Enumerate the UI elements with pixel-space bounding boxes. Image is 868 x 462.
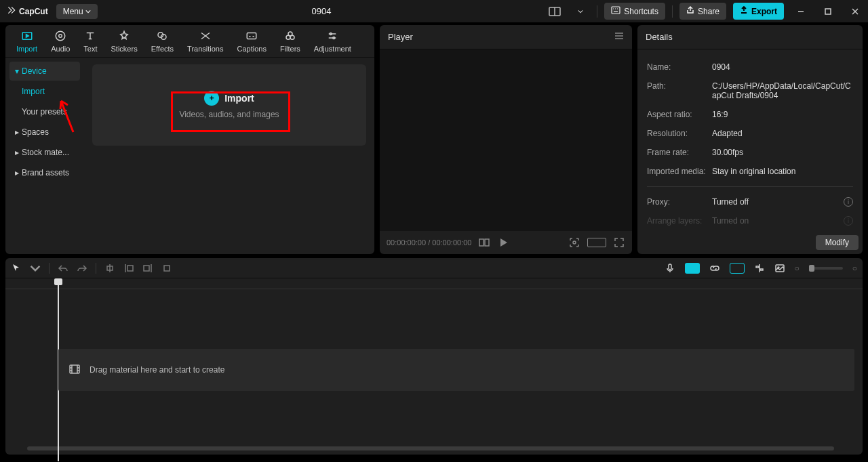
tab-effects[interactable]: Effects [144,27,180,56]
compare-icon[interactable] [478,236,490,249]
app-logo: CapCut [3,5,52,17]
svg-point-12 [56,31,66,41]
info-icon[interactable]: i [844,216,853,226]
titlebar: CapCut Menu 0904 Shortcuts Share Export [0,0,868,22]
trim-left-tool[interactable] [123,263,134,274]
source-device[interactable]: ▾Device [9,62,80,81]
adjustment-icon [326,30,338,43]
fullscreen-icon[interactable] [613,236,625,249]
timeline-toolbar: ○ ○ [5,258,863,278]
share-label: Share [698,7,719,16]
preview-button[interactable] [730,263,745,274]
detail-fps-label: Frame rate: [647,148,712,157]
zoom-out-button[interactable]: ○ [795,264,800,273]
detail-fps-value: 30.00fps [712,148,853,157]
magnet-on-button[interactable] [685,263,700,274]
import-icon [21,30,33,43]
menu-button[interactable]: Menu [56,4,98,19]
tab-adjustment[interactable]: Adjustment [307,27,358,56]
snapshot-icon[interactable] [568,236,580,249]
record-audio-button[interactable] [665,263,675,274]
export-button[interactable]: Export [733,3,784,20]
text-icon [84,30,96,43]
tab-label: Stickers [111,45,138,53]
tab-text[interactable]: Text [77,27,104,56]
pointer-tool[interactable] [11,263,22,274]
timeline-ruler[interactable] [5,278,863,289]
tab-filters[interactable]: Filters [273,27,307,56]
align-button[interactable] [754,263,765,274]
shortcuts-label: Shortcuts [624,7,658,16]
minimize-button[interactable] [791,1,811,22]
shortcuts-button[interactable]: Shortcuts [604,3,665,20]
timeline-tracks[interactable]: Drag material here and start to create [5,289,863,444]
detail-proxy-label: Proxy: [647,197,712,207]
svg-rect-32 [127,266,133,271]
transitions-icon [199,30,212,43]
source-list: ▾Device Import Your presets ▸Spaces ▸Sto… [5,58,84,254]
detail-arrange-value: Turned on [712,216,844,226]
cover-button[interactable] [774,263,785,274]
timeline-scrollbar[interactable] [14,446,854,452]
app-name: CapCut [19,7,48,16]
import-card[interactable]: + Import Videos, audios, and images [92,64,366,146]
link-button[interactable] [709,263,720,274]
captions-icon [245,30,258,43]
player-header: Player [380,25,632,49]
source-stock[interactable]: ▸Stock mate... [9,143,80,162]
source-brand[interactable]: ▸Brand assets [9,163,80,182]
zoom-in-button[interactable]: ○ [852,264,857,273]
tab-label: Text [83,45,97,53]
trim-right-tool[interactable] [142,263,153,274]
zoom-slider[interactable] [809,267,843,270]
source-presets[interactable]: Your presets [9,102,80,121]
detail-media-value: Stay in original location [712,167,853,176]
import-card-subtitle: Videos, audios, and images [179,110,279,119]
caret-right-icon: ▸ [15,127,19,137]
redo-button[interactable] [77,263,87,274]
project-title: 0904 [98,6,546,16]
logo-icon [7,5,16,17]
player-menu-icon[interactable] [614,32,624,42]
share-icon [686,6,694,16]
info-icon[interactable]: i [844,197,853,207]
source-import[interactable]: Import [9,82,80,101]
tab-stickers[interactable]: Stickers [104,27,144,56]
tab-audio[interactable]: Audio [44,27,77,56]
close-button[interactable] [845,1,865,22]
detail-name-value: 0904 [712,62,853,72]
play-icon[interactable] [497,236,509,249]
split-tool[interactable] [104,263,115,274]
playhead[interactable] [54,278,62,285]
maximize-button[interactable] [818,1,838,22]
svg-rect-41 [776,265,784,272]
tab-captions[interactable]: Captions [230,27,273,56]
player-viewport[interactable] [380,49,632,231]
tab-import[interactable]: Import [9,27,44,56]
detail-proxy-value: Turned off [712,197,844,207]
export-icon [740,6,748,16]
tab-transitions[interactable]: Transitions [180,27,230,56]
ratio-button[interactable] [587,238,606,247]
caret-down-icon: ▾ [15,66,19,76]
player-time: 00:00:00:00 / 00:00:00:00 [387,238,471,247]
share-button[interactable]: Share [679,3,726,20]
source-spaces[interactable]: ▸Spaces [9,123,80,142]
delete-tool[interactable] [161,263,172,274]
details-body: Name:0904 Path:C:/Users/HP/AppData/Local… [637,49,863,254]
modify-button[interactable]: Modify [816,235,859,250]
media-tabs: Import Audio Text Stickers Effects Trans… [5,25,374,58]
undo-button[interactable] [58,263,68,274]
pointer-dropdown[interactable] [30,263,41,274]
layout-dropdown[interactable] [571,4,590,19]
layout-button[interactable] [545,4,564,19]
filters-icon [284,30,296,43]
detail-name-label: Name: [647,62,712,72]
details-title: Details [646,32,673,42]
caret-right-icon: ▸ [15,148,19,157]
chevron-down-icon [85,7,91,16]
timeline-panel: ○ ○ Drag material here and start to crea… [5,258,863,455]
drop-track[interactable]: Drag material here and start to create [58,349,854,391]
audio-icon [54,30,66,43]
svg-rect-16 [247,33,256,39]
